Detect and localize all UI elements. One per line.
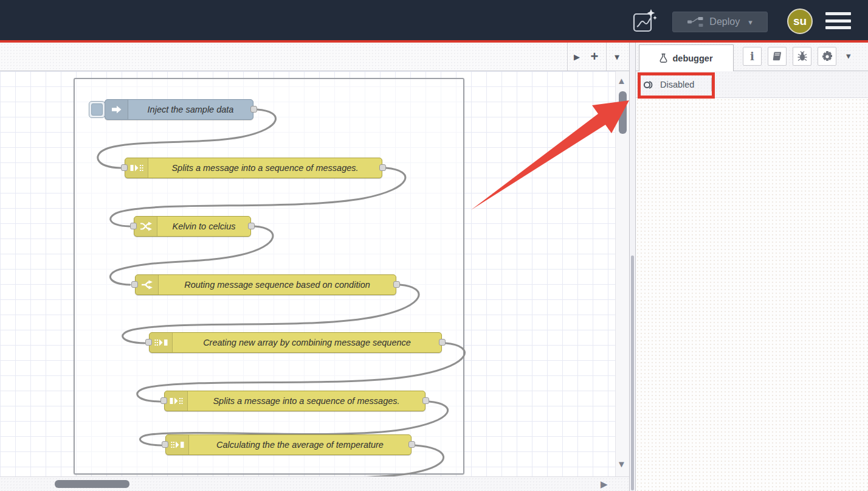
avatar-initials: su [793,15,807,28]
book-icon[interactable] [768,47,787,66]
output-port[interactable] [439,339,446,346]
flow-ai-icon [631,7,658,34]
output-port[interactable] [250,106,257,113]
flow-canvas[interactable]: Inject the sample data Splits a message … [0,71,629,491]
app-header: Deploy ▾ su [0,0,868,40]
node-split[interactable]: Splits a message into a sequence of mess… [125,158,382,178]
shuffle-icon [134,217,157,236]
output-port[interactable] [408,441,415,448]
annotation-red-line [0,40,868,43]
node-red-window: Deploy ▾ su ▶ + ▾ [0,0,868,491]
bug-icon[interactable] [793,47,811,66]
node-label: Creating new array by combining message … [173,333,441,352]
info-icon[interactable]: i [743,47,762,66]
scroll-down-icon[interactable]: ▼ [617,459,626,468]
vertical-scroll-thumb[interactable] [619,91,627,134]
sidebar-resize-handle[interactable] [629,43,636,491]
node-split[interactable]: Splits a message into a sequence of mess… [164,391,425,411]
flow-ai-icon[interactable] [631,7,658,34]
deploy-nodes-icon [687,16,703,27]
input-port[interactable] [162,441,168,448]
deploy-button[interactable]: Deploy ▾ [672,12,768,32]
deploy-label: Deploy [709,16,740,27]
join-icon [150,333,173,352]
node-label: Calculating the the average of temperatu… [189,435,411,454]
tab-debugger[interactable]: debugger [639,44,734,71]
input-port[interactable] [130,223,137,229]
fork-icon [136,275,159,294]
annotation-highlight-box [638,72,715,99]
node-label: Splits a message into a sequence of mess… [188,391,425,411]
output-port[interactable] [379,164,386,171]
split-icon [125,158,148,178]
arrow-right-icon [105,100,128,119]
node-switch[interactable]: Routing message sequence based on condit… [135,274,396,295]
node-label: Splits a message into a sequence of mess… [148,158,382,178]
scroll-up-icon[interactable]: ▲ [617,76,626,85]
node-label: Kelvin to celcius [157,217,250,236]
sidebar-tab-bar: debugger i ▾ [636,43,868,71]
input-port[interactable] [131,281,138,288]
chevron-down-icon[interactable]: ▾ [846,50,851,61]
scroll-tabs-right-button[interactable]: ▶ [569,43,585,71]
inject-button[interactable] [89,101,105,118]
chevron-down-icon: ▾ [748,18,753,27]
flask-icon [660,53,667,63]
divider [567,43,568,71]
output-port[interactable] [422,397,429,404]
flow-list-button[interactable]: ▾ [608,43,626,71]
menu-icon[interactable] [825,12,851,29]
output-port[interactable] [393,281,400,288]
sidebar: debugger i ▾ [636,43,868,491]
node-join[interactable]: Calculating the the average of temperatu… [165,434,412,455]
avatar[interactable]: su [787,9,813,34]
node-join[interactable]: Creating new array by combining message … [149,332,442,353]
input-port[interactable] [160,397,167,404]
node-label: Routing message sequence based on condit… [159,275,396,294]
sidebar-scroll-thumb[interactable] [631,256,634,490]
node-change[interactable]: Kelvin to celcius [134,216,251,237]
join-icon [166,435,189,454]
input-port[interactable] [121,164,128,171]
node-label: Inject the sample data [128,100,253,119]
split-icon [165,391,188,411]
debugger-panel-content [636,98,868,491]
tab-label: debugger [672,54,712,63]
gear-icon[interactable] [818,47,836,66]
node-inject[interactable]: Inject the sample data [105,99,253,120]
divider [606,43,607,71]
input-port[interactable] [145,339,152,346]
workspace-tab-bar: ▶ + ▾ [0,43,629,71]
scroll-right-icon[interactable]: ▶ [601,479,608,489]
add-flow-button[interactable]: + [586,43,603,71]
horizontal-scroll-track[interactable]: ▶ [0,476,629,491]
output-port[interactable] [248,223,255,229]
horizontal-scroll-thumb[interactable] [55,480,129,488]
